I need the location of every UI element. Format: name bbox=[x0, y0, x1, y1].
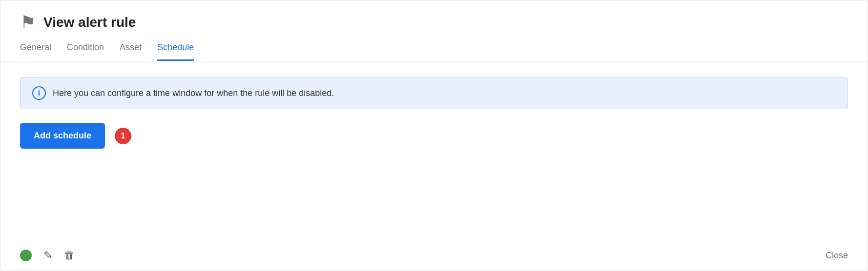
page-title: View alert rule bbox=[43, 15, 136, 30]
add-schedule-row: Add schedule 1 bbox=[20, 123, 848, 149]
tab-condition[interactable]: Condition bbox=[67, 42, 104, 61]
info-icon: i bbox=[32, 86, 46, 100]
edit-icon[interactable]: ✎ bbox=[43, 249, 52, 262]
header: ⚑ View alert rule bbox=[0, 0, 868, 33]
tab-schedule[interactable]: Schedule bbox=[157, 42, 194, 61]
footer-left: ✎ 🗑 bbox=[20, 249, 75, 262]
main-window: ⚑ View alert rule General Condition Asse… bbox=[0, 0, 868, 271]
schedule-count-badge: 1 bbox=[115, 128, 131, 144]
close-button[interactable]: Close bbox=[826, 251, 848, 261]
main-content: i Here you can configure a time window f… bbox=[0, 61, 868, 240]
status-indicator bbox=[20, 250, 32, 261]
footer: ✎ 🗑 Close bbox=[0, 240, 868, 271]
tab-asset[interactable]: Asset bbox=[120, 42, 142, 61]
add-schedule-button[interactable]: Add schedule bbox=[20, 123, 105, 149]
alert-rule-icon: ⚑ bbox=[20, 12, 36, 33]
tab-general[interactable]: General bbox=[20, 42, 51, 61]
delete-icon[interactable]: 🗑 bbox=[64, 249, 75, 262]
info-text: Here you can configure a time window for… bbox=[53, 88, 334, 98]
tabs-bar: General Condition Asset Schedule bbox=[0, 42, 868, 61]
info-banner: i Here you can configure a time window f… bbox=[20, 77, 848, 109]
